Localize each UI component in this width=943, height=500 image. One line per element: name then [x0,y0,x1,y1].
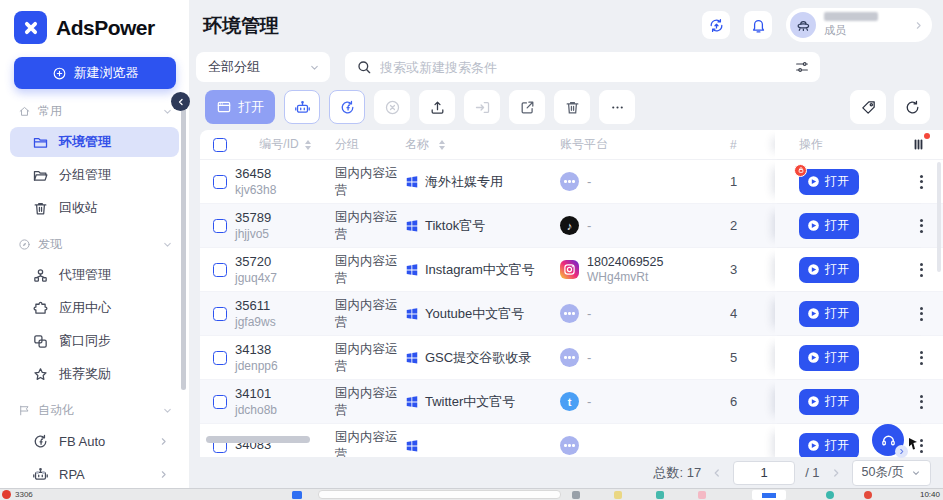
support-fab[interactable] [872,424,904,456]
env-name: GSC提交谷歌收录 [425,349,531,367]
open-environment-button[interactable]: 打开 [799,389,859,415]
import-button[interactable] [464,90,500,124]
col-header-platform[interactable]: 账号平台 [560,136,730,153]
sort-icon[interactable] [305,140,311,150]
taskbar-app-icon[interactable] [752,490,786,500]
open-environment-button[interactable]: 打开 [799,257,859,283]
bulk-toolbar: 打开 [205,90,635,124]
taskbar-app-icon[interactable] [614,491,622,499]
ellipsis-icon [609,99,626,116]
open-environment-button[interactable]: 打开 [799,169,859,195]
start-button[interactable] [292,491,302,499]
sidebar-item-window-sync[interactable]: 窗口同步 [10,326,179,356]
sort-icon[interactable] [439,140,445,150]
table-row: 34101jdcho8b 国内内容运营 Twitter中文官号 t- 6 打开 [200,380,943,424]
row-more-menu[interactable] [916,171,927,193]
search-input[interactable] [380,60,786,75]
sidebar-item-env-management[interactable]: 环境管理 [10,127,179,157]
sidebar-section-common[interactable]: 常用 [0,93,189,124]
bulk-open-button[interactable]: 打开 [205,90,275,124]
sidebar-item-recycle-bin[interactable]: 回收站 [10,193,179,223]
table-row: 34138jdenpp6 国内内容运营 GSC提交谷歌收录 - 5 打开 [200,336,943,380]
home-icon [18,105,31,118]
adspower-logo-icon [14,11,47,44]
sidebar-item-app-center[interactable]: 应用中心 [10,293,179,323]
vertical-scrollbar[interactable] [937,162,941,272]
row-checkbox[interactable] [213,351,227,365]
x-circle-icon [384,99,401,116]
bell-icon [750,17,767,34]
new-browser-button[interactable]: 新建浏览器 [14,57,176,89]
row-checkbox[interactable] [213,219,227,233]
more-actions-button[interactable] [599,90,635,124]
sidebar-item-group-management[interactable]: 分组管理 [10,160,179,190]
col-header-group[interactable]: 分组 [335,136,405,153]
chevron-down-icon [309,62,320,73]
export-button[interactable] [419,90,455,124]
col-header-id[interactable]: 编号/ID [259,136,298,153]
taskbar-app-icon[interactable] [826,491,834,499]
env-group: 国内内容运营 [335,341,405,375]
row-checkbox[interactable] [213,395,227,409]
row-checkbox[interactable] [213,263,227,277]
horizontal-scrollbar[interactable] [206,436,310,443]
platform-icon-instagram [560,260,579,279]
row-more-menu[interactable] [916,215,927,237]
username-redacted [824,12,878,21]
open-environment-button[interactable]: 打开 [799,213,859,239]
env-id: 35789 [235,210,271,225]
taskbar-search[interactable] [318,490,561,499]
sidebar-item-fb-auto[interactable]: FB Auto [10,426,179,456]
open-environment-button[interactable]: 打开 [799,345,859,371]
sidebar-item-proxy-management[interactable]: 代理管理 [10,260,179,290]
row-more-menu[interactable] [916,347,927,369]
row-more-menu[interactable] [916,259,927,281]
headset-icon [880,432,897,449]
platform-icon-generic [560,172,579,191]
search-icon [356,59,372,75]
sidebar-section-discover[interactable]: 发现 [0,226,189,257]
taskbar-app-icon[interactable] [656,491,664,499]
sidebar-item-rpa[interactable]: RPA [10,459,179,489]
tags-button[interactable] [850,90,886,124]
recording-indicator: 3306 [2,490,33,499]
env-group: 国内内容运营 [335,253,405,287]
open-environment-button[interactable]: 打开 [799,433,859,458]
chevron-left-icon [176,97,186,107]
windows-icon [405,263,419,277]
sidebar-scrollbar[interactable] [181,108,186,390]
puzzle-icon [32,300,49,317]
refresh-table-button[interactable] [894,90,930,124]
share-button[interactable] [509,90,545,124]
sync-environments-button[interactable] [329,90,365,124]
row-checkbox[interactable] [213,175,227,189]
sidebar-item-referral-rewards[interactable]: 推荐奖励 [10,359,179,389]
filter-sliders-icon[interactable] [794,59,810,75]
row-more-menu[interactable] [916,391,927,413]
column-settings-icon[interactable] [910,136,927,153]
col-header-name[interactable]: 名称 [405,136,429,153]
row-checkbox[interactable] [213,307,227,321]
open-environment-button[interactable]: 打开 [799,301,859,327]
taskbar-app-icon[interactable] [698,491,706,499]
platform-account: - [587,394,591,409]
delete-button[interactable] [554,90,590,124]
notifications-button[interactable] [744,11,772,39]
select-all-checkbox[interactable] [213,138,227,152]
page-size-select[interactable]: 50条/页 [852,460,931,486]
sidebar-section-automation[interactable]: 自动化 [0,392,189,423]
page-number-input[interactable] [733,461,795,485]
prev-page-button[interactable] [711,467,723,479]
lock-badge-icon [794,164,807,177]
taskbar-app-icon[interactable] [572,491,580,499]
table-header: 编号/ID 分组 名称 账号平台 # 操作 [200,130,943,160]
sidebar-collapse-button[interactable] [171,92,190,111]
close-environments-button[interactable] [374,90,410,124]
row-more-menu[interactable] [916,303,927,325]
next-page-button[interactable] [830,467,842,479]
profile-chip[interactable]: 成员 [786,8,932,42]
group-filter-select[interactable]: 全部分组 [196,52,330,82]
rpa-task-button[interactable] [284,90,320,124]
sync-button[interactable] [702,11,730,39]
taskbar-app-icon[interactable] [864,491,872,499]
